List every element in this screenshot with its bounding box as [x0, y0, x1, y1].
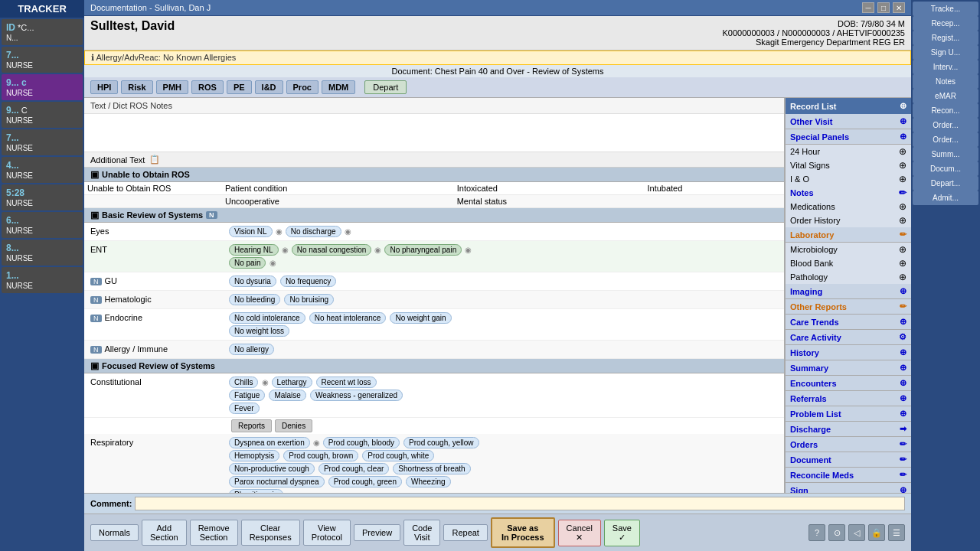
unable-toggle[interactable]: ▣ [90, 169, 99, 180]
right-sidebar-item[interactable]: Interv... [913, 60, 978, 74]
nav-btn-pmh[interactable]: PMH [156, 80, 188, 94]
tag-prod-yellow[interactable]: Prod cough, yellow [403, 437, 479, 448]
record-item[interactable]: I & O⊕ [786, 172, 911, 186]
help-btn-back[interactable]: ◁ [848, 524, 865, 541]
record-section-header[interactable]: Encounters⊕ [786, 376, 911, 391]
tag-dyspnea-exertion[interactable]: Dyspnea on exertion [229, 437, 310, 448]
tag-chills[interactable]: Chills [229, 377, 258, 388]
tag-no-bleeding[interactable]: No bleeding [229, 294, 280, 305]
left-sidebar-item[interactable]: ID *C...N... [2, 19, 83, 45]
help-btn-menu[interactable]: ☰ [888, 524, 905, 541]
record-section-header[interactable]: History⊕ [786, 345, 911, 360]
tag-no-dysuria[interactable]: No dysuria [229, 276, 276, 287]
basic-toggle[interactable]: ▣ [90, 210, 99, 220]
record-section-header[interactable]: Care Trends⊕ [786, 315, 911, 330]
constitutional-reports-btn[interactable]: Reports [231, 419, 272, 432]
right-sidebar-item[interactable]: Depart... [913, 176, 978, 191]
tag-vision-nl[interactable]: Vision NL [229, 226, 273, 237]
tag-prod-brown[interactable]: Prod cough, brown [283, 450, 358, 461]
record-section-icon[interactable]: ⊕ [900, 132, 906, 142]
right-sidebar-item[interactable]: Regist... [913, 31, 978, 45]
record-item[interactable]: Order History⊕ [786, 214, 911, 227]
tag-hearing-nl[interactable]: Hearing NL [229, 244, 279, 256]
tag-fatigue[interactable]: Fatigue [229, 390, 265, 401]
right-sidebar-item[interactable]: Summ... [913, 147, 978, 161]
nav-btn-proc[interactable]: Proc [286, 80, 318, 94]
tag-no-weight-loss[interactable]: No weight loss [229, 325, 289, 337]
record-section-icon[interactable]: ✏ [900, 302, 906, 311]
tag-no-frequency[interactable]: No frequency [280, 276, 336, 287]
right-sidebar-item[interactable]: Order... [913, 132, 978, 147]
right-sidebar-item[interactable]: Recon... [913, 103, 978, 118]
tag-wheezing[interactable]: Wheezing [406, 476, 450, 487]
record-section-header[interactable]: Discharge➡ [786, 422, 911, 437]
record-section-icon[interactable]: ⊕ [900, 393, 906, 403]
tag-no-nasal[interactable]: No nasal congestion [292, 244, 372, 256]
record-item[interactable]: Medications⊕ [786, 200, 911, 214]
left-sidebar-item[interactable]: 1... NURSE [2, 267, 83, 293]
right-sidebar-item[interactable]: Docum... [913, 161, 978, 176]
nav-btn-hpi[interactable]: HPI [90, 80, 118, 94]
tag-weakness[interactable]: Weakness - generalized [310, 390, 403, 401]
resp-radio1[interactable]: ◉ [313, 439, 320, 447]
cancel-button[interactable]: Cancel✕ [558, 520, 601, 546]
record-section-icon[interactable]: ⊕ [900, 485, 906, 493]
left-sidebar-item[interactable]: 9... CNURSE [2, 102, 83, 128]
right-sidebar-item[interactable]: Tracke... [913, 2, 978, 16]
radio-icon2[interactable]: ◉ [345, 227, 351, 236]
tag-no-pain[interactable]: No pain [229, 257, 266, 269]
right-sidebar-item[interactable]: Order... [913, 118, 978, 132]
tag-shortness[interactable]: Shortness of breath [393, 463, 470, 474]
record-section-icon[interactable]: ✏ [900, 470, 906, 480]
ent-radio1[interactable]: ◉ [282, 246, 289, 254]
record-section-icon[interactable]: ⊕ [900, 286, 906, 296]
right-sidebar-item[interactable]: Recep... [913, 16, 978, 31]
record-section-header[interactable]: Problem List⊕ [786, 406, 911, 422]
focused-toggle[interactable]: ▣ [90, 360, 99, 371]
record-section-icon[interactable]: ⊕ [900, 363, 906, 373]
save-as-in-process-button[interactable]: Save asIn Process [491, 517, 555, 548]
left-sidebar-item[interactable]: 7... NURSE [2, 129, 83, 155]
record-section-header[interactable]: Other Visit⊕ [786, 114, 911, 129]
tag-malaise[interactable]: Malaise [269, 390, 305, 401]
notes-text-area[interactable] [84, 114, 784, 152]
close-button[interactable]: ✕ [893, 2, 905, 13]
nav-btn-mdm[interactable]: MDM [322, 80, 355, 94]
record-list-icon[interactable]: ⊕ [900, 101, 906, 111]
tag-parox-noct[interactable]: Parox nocturnal dyspnea [229, 476, 325, 487]
record-section-icon[interactable]: ➡ [900, 424, 906, 434]
record-section-icon[interactable]: ⊕ [900, 317, 906, 327]
nav-btn-risk[interactable]: Risk [121, 80, 152, 94]
record-section-header[interactable]: Summary⊕ [786, 360, 911, 376]
record-section-header[interactable]: Imaging⊕ [786, 284, 911, 299]
record-section-icon[interactable]: ⚙ [899, 332, 906, 342]
record-section-header[interactable]: Special Panels⊕ [786, 129, 911, 145]
ent-radio3[interactable]: ◉ [465, 246, 472, 254]
tag-no-discharge[interactable]: No discharge [286, 226, 341, 237]
record-section-header[interactable]: Document✏ [786, 452, 911, 468]
help-btn-question[interactable]: ? [808, 524, 825, 541]
record-item[interactable]: 24 Hour⊕ [786, 145, 911, 158]
ent-radio4[interactable]: ◉ [270, 259, 276, 267]
right-sidebar-item[interactable]: eMAR [913, 89, 978, 103]
help-btn-info[interactable]: ⊙ [828, 524, 845, 541]
add-section-button[interactable]: AddSection [142, 520, 187, 546]
left-sidebar-item[interactable]: 6... NURSE [2, 212, 83, 238]
minimize-button[interactable]: ─ [862, 2, 874, 13]
tag-fever[interactable]: Fever [229, 403, 260, 414]
radio-icon[interactable]: ◉ [276, 227, 283, 236]
tag-no-weight-gain[interactable]: No weight gain [390, 312, 451, 324]
comment-input[interactable] [135, 497, 905, 510]
preview-button[interactable]: Preview [354, 524, 400, 541]
view-protocol-button[interactable]: ViewProtocol [303, 520, 351, 546]
left-sidebar-item[interactable]: 9... c NURSE [2, 74, 83, 100]
tag-prod-clear[interactable]: Prod cough, clear [318, 463, 389, 474]
right-sidebar-item[interactable]: Admit... [913, 191, 978, 205]
additional-text-icon[interactable]: 📋 [149, 155, 160, 165]
nav-btn-ros[interactable]: ROS [191, 80, 224, 94]
tag-hemoptysis[interactable]: Hemoptysis [229, 450, 279, 461]
depart-button[interactable]: Depart [364, 80, 407, 94]
tag-prod-bloody[interactable]: Prod cough, bloody [323, 437, 400, 448]
normals-button[interactable]: Normals [90, 524, 139, 541]
left-sidebar-item[interactable]: 8... NURSE [2, 240, 83, 266]
